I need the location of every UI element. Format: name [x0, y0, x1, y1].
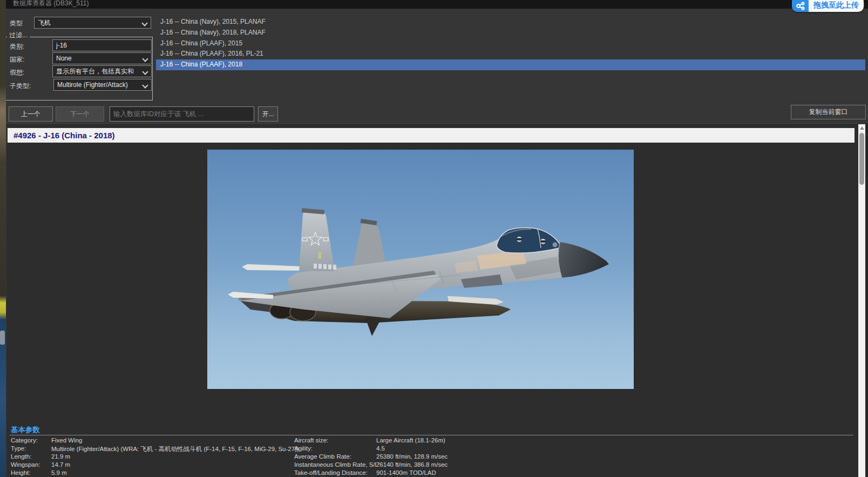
next-button[interactable]: 下一个	[56, 106, 104, 122]
chevron-down-icon	[142, 56, 148, 62]
type-label: 类型	[10, 19, 23, 28]
results-list: J-16 -- China (Navy), 2015, PLANAF J-16 …	[156, 17, 865, 82]
window-title: 数据库查看器 (DB3K_511)	[13, 0, 89, 8]
previous-button[interactable]: 上一个	[9, 106, 53, 122]
param-value: 21.9 m	[51, 453, 70, 460]
country-label: 国家:	[10, 55, 24, 64]
country-select[interactable]: None	[52, 52, 152, 64]
param-value: 4.5	[376, 445, 385, 452]
param-label: Height:	[11, 469, 30, 476]
map-unit-marker	[0, 331, 5, 345]
list-item[interactable]: J-16 -- China (Navy), 2015, PLANAF	[156, 17, 865, 28]
drag-upload-label: 拖拽至此上传	[809, 0, 864, 12]
category-label: 类别:	[10, 42, 24, 51]
filter-group-label: 过滤...	[7, 31, 30, 40]
type-select-value: 飞机	[38, 19, 51, 26]
list-item-selected[interactable]: J-16 -- China (PLAAF), 2018	[156, 59, 865, 70]
list-item[interactable]: J-16 -- China (Navy), 2018, PLANAF	[156, 28, 865, 38]
param-value: Multirole (Fighter/Attack) (WRA: 飞机 - 高机…	[51, 445, 299, 453]
chevron-down-icon	[142, 82, 148, 88]
database-id-input[interactable]	[110, 106, 254, 122]
window-right-edge	[865, 123, 868, 477]
param-label: Type:	[11, 445, 26, 452]
subtype-select-value: Multirole (Fighter/Attack)	[57, 81, 128, 89]
subtype-select[interactable]: Multirole (Fighter/Attack)	[53, 79, 152, 91]
open-button[interactable]: 开...	[258, 106, 278, 122]
param-value: 25380 ft/min, 128.9 m/sec	[376, 453, 447, 460]
notional-select[interactable]: 显示所有平台，包括真实和	[52, 65, 152, 77]
scrollbar-thumb[interactable]	[859, 133, 864, 185]
category-input[interactable]	[52, 39, 152, 51]
section-title: 基本参数	[11, 425, 40, 435]
chevron-down-icon	[141, 20, 147, 26]
chevron-down-icon	[142, 69, 148, 75]
copy-window-button[interactable]: 复制当前窗口	[791, 105, 866, 119]
param-value: 76140 ft/min, 386.8 m/sec	[376, 461, 447, 468]
aircraft-photo	[207, 150, 634, 389]
background-map-strip	[0, 0, 6, 477]
param-value: 14.7 m	[51, 461, 70, 468]
param-label: Length:	[11, 453, 31, 460]
netdisk-share-icon	[792, 0, 809, 12]
param-label: Category:	[11, 437, 38, 444]
param-label: Instantaneous Climb Rate, S/L:	[294, 461, 380, 468]
param-label: Agility:	[294, 445, 313, 452]
section-divider	[10, 435, 853, 435]
param-label: Aircraft size:	[294, 437, 328, 444]
param-label: Average Climb Rate:	[294, 453, 351, 460]
notional-select-value: 显示所有平台，包括真实和	[56, 68, 134, 75]
subtype-label: 子类型:	[10, 82, 31, 91]
drag-upload-widget[interactable]: 拖拽至此上传	[792, 0, 864, 12]
param-value: Large Aircraft (18.1-26m)	[376, 437, 445, 444]
record-header: #4926 - J-16 (China - 2018)	[8, 128, 855, 143]
database-viewer-window: 数据库查看器 (DB3K_511) x 拖拽至此上传 类型 飞机 过滤... 类…	[0, 0, 868, 477]
scroll-up-icon[interactable]	[860, 126, 864, 130]
param-value: Fixed Wing	[51, 437, 83, 444]
list-item[interactable]: J-16 -- China (PLAAF), 2015	[156, 38, 865, 49]
vertical-scrollbar[interactable]	[858, 124, 865, 477]
param-label: Wingspan:	[11, 461, 40, 468]
type-select[interactable]: 飞机	[34, 17, 151, 29]
param-value: 901-1400m TOD/LAD	[376, 469, 436, 476]
window-titlebar[interactable]: 数据库查看器 (DB3K_511)	[6, 0, 868, 9]
country-select-value: None	[56, 55, 72, 62]
param-label: Take-off/Landing Distance:	[294, 469, 368, 476]
notional-label: 假想:	[10, 68, 24, 77]
list-item[interactable]: J-16 -- China (PLAAF), 2016, PL-21	[156, 49, 865, 59]
param-value: 5.9 m	[51, 469, 67, 476]
